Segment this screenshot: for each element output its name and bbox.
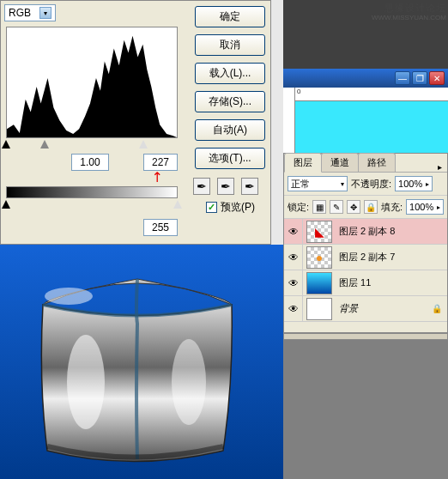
minimize-button[interactable]: — — [395, 71, 410, 85]
visibility-toggle[interactable]: 👁 — [284, 270, 303, 295]
layer-name[interactable]: 图层 11 — [336, 276, 447, 289]
visibility-toggle[interactable]: 👁 — [284, 296, 303, 321]
layer-thumbnail[interactable]: ◣ — [306, 221, 332, 243]
layer-name[interactable]: 图层 2 副本 7 — [336, 251, 447, 264]
layer-row[interactable]: 👁 ◣ 图层 2 副本 8 — [284, 219, 447, 245]
workspace-background — [283, 340, 448, 479]
layers-list: 👁 ◣ 图层 2 副本 8 👁 ● 图层 2 副本 7 👁 图层 11 👁 背景… — [284, 219, 447, 322]
titlebar[interactable]: — ❐ ✕ — [283, 69, 448, 88]
tab-layers[interactable]: 图层 — [284, 153, 322, 173]
layer-name[interactable]: 背景 — [336, 302, 427, 315]
layer-row[interactable]: 👁 ● 图层 2 副本 7 — [284, 245, 447, 270]
black-slider-thumb[interactable] — [2, 140, 10, 149]
chevron-down-icon: ▾ — [39, 7, 51, 19]
lock-position-icon[interactable]: ✥ — [347, 200, 360, 214]
options-button[interactable]: 选项(T)... — [195, 148, 265, 169]
preview-checkbox[interactable]: ✓ — [206, 202, 217, 213]
output-gradient — [6, 186, 178, 198]
lock-label: 锁定: — [288, 201, 309, 214]
layers-panel: 图层 通道 路径 ▸ 正常 ▾ 不透明度: 100% ▸ 锁定: ▦ ✎ ✥ 🔒… — [283, 153, 448, 333]
layer-row[interactable]: 👁 图层 11 — [284, 270, 447, 296]
channel-value: RGB — [9, 7, 31, 19]
watermark-url: WWW.MISSYUAN.COM — [372, 14, 446, 21]
svg-point-2 — [45, 288, 93, 305]
input-slider-track[interactable] — [6, 140, 178, 149]
tab-channels[interactable]: 通道 — [321, 153, 359, 172]
output-black-thumb[interactable] — [2, 200, 10, 209]
close-button[interactable]: ✕ — [429, 71, 445, 85]
chevron-right-icon: ▸ — [426, 180, 429, 188]
midtone-input[interactable] — [71, 154, 109, 171]
cancel-button[interactable]: 取消 — [195, 34, 265, 56]
histogram — [6, 27, 178, 138]
lock-transparency-icon[interactable]: ▦ — [312, 200, 326, 214]
eyedropper-black-icon[interactable]: ✒ — [193, 178, 210, 195]
gray-slider-thumb[interactable] — [40, 140, 49, 149]
svg-point-0 — [67, 335, 105, 429]
auto-button[interactable]: 自动(A) — [195, 119, 265, 141]
chevron-right-icon: ▸ — [437, 203, 440, 211]
lock-all-icon[interactable]: 🔒 — [364, 200, 378, 214]
panel-resize-handle[interactable] — [283, 333, 448, 340]
levels-dialog: RGB ▾ ↖ 确定 取消 载入(L)... 存储(S)... 自动(A) 选项… — [0, 0, 271, 245]
preview-label: 预览(P) — [221, 200, 255, 215]
output-slider-track[interactable] — [6, 200, 178, 209]
visibility-toggle[interactable]: 👁 — [284, 219, 303, 244]
blend-mode-dropdown[interactable]: 正常 ▾ — [288, 176, 348, 191]
lock-icon: 🔒 — [427, 304, 447, 313]
eyedropper-gray-icon[interactable]: ✒ — [217, 178, 234, 195]
layer-row[interactable]: 👁 背景 🔒 — [284, 296, 447, 322]
maximize-button[interactable]: ❐ — [412, 71, 427, 85]
layer-name[interactable]: 图层 2 副本 8 — [336, 225, 447, 238]
tab-paths[interactable]: 路径 — [358, 153, 396, 172]
canvas[interactable] — [295, 101, 448, 153]
white-slider-thumb[interactable] — [139, 140, 148, 149]
chevron-down-icon: ▾ — [341, 180, 344, 188]
layer-thumbnail[interactable] — [306, 272, 332, 294]
document-preview — [0, 245, 283, 479]
watermark-text: 思缘设计论坛 — [384, 2, 446, 15]
eyedropper-white-icon[interactable]: ✒ — [241, 178, 258, 195]
ok-button[interactable]: 确定 — [195, 6, 265, 27]
document-window: — ❐ ✕ 0 — [283, 69, 448, 153]
output-white-thumb[interactable] — [173, 200, 182, 209]
channel-dropdown[interactable]: RGB ▾ — [4, 4, 56, 21]
visibility-toggle[interactable]: 👁 — [284, 245, 303, 270]
ruler-vertical[interactable] — [283, 88, 295, 153]
opacity-input[interactable]: 100% ▸ — [395, 176, 433, 191]
output-white-input[interactable] — [143, 219, 178, 236]
panel-menu-icon[interactable]: ▸ — [433, 162, 447, 172]
opacity-label: 不透明度: — [351, 178, 391, 191]
save-button[interactable]: 存储(S)... — [195, 91, 265, 112]
fill-input[interactable]: 100% ▸ — [406, 199, 444, 215]
svg-point-1 — [172, 339, 206, 425]
layer-thumbnail[interactable]: ● — [306, 246, 332, 269]
ice-cube-artwork — [26, 253, 249, 468]
ruler-horizontal[interactable]: 0 — [295, 88, 448, 101]
fill-label: 填充: — [381, 201, 403, 214]
load-button[interactable]: 载入(L)... — [195, 63, 265, 84]
layer-thumbnail[interactable] — [306, 298, 332, 320]
lock-pixels-icon[interactable]: ✎ — [330, 200, 343, 214]
